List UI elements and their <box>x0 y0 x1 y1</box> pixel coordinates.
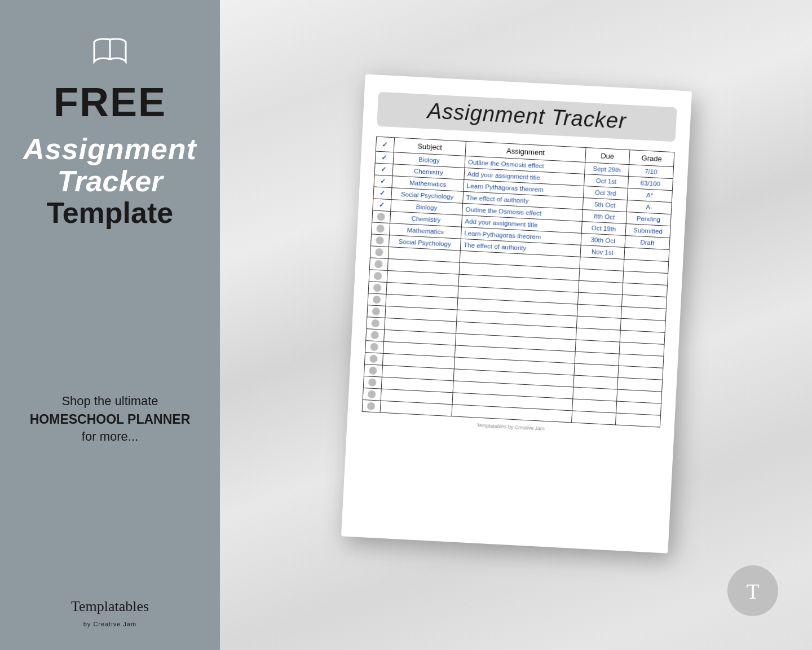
document-title-area: Assignment Tracker <box>377 92 677 142</box>
empty-check-cell <box>364 353 383 366</box>
check-cell: ✓ <box>374 175 392 188</box>
empty-check-cell <box>369 258 388 271</box>
check-cell: ✓ <box>375 151 394 164</box>
title-block: Assignment Tracker Template <box>23 134 197 229</box>
brand-name: Templatables <box>71 599 149 615</box>
check-column-header: ✓ <box>376 137 394 152</box>
left-panel: FREE Assignment Tracker Template Shop th… <box>0 0 220 650</box>
empty-check-cell <box>370 246 389 259</box>
check-cell <box>372 210 391 223</box>
check-cell <box>372 222 390 235</box>
shop-section: Shop the ultimate HOMESCHOOL PLANNER for… <box>30 393 191 446</box>
title-line1: Assignment <box>23 134 197 165</box>
check-cell: ✓ <box>373 187 392 200</box>
document-wrapper: Assignment Tracker ✓ Subject Assignment … <box>341 74 692 553</box>
book-icon <box>90 34 130 65</box>
brand-section: Templatables by Creative Jam <box>17 599 203 627</box>
empty-due-cell <box>572 411 616 425</box>
empty-grade-cell <box>615 413 660 427</box>
empty-check-cell <box>364 364 382 377</box>
check-cell: ✓ <box>374 163 393 176</box>
title-line3: Template <box>47 197 173 229</box>
due-column-header: Due <box>585 148 630 165</box>
svg-text:T: T <box>746 579 759 603</box>
shop-text: Shop the ultimate HOMESCHOOL PLANNER for… <box>30 393 191 446</box>
assignment-tracker-document: Assignment Tracker ✓ Subject Assignment … <box>341 74 692 553</box>
brand-sub: by Creative Jam <box>83 621 136 627</box>
right-panel: Assignment Tracker ✓ Subject Assignment … <box>220 0 812 650</box>
check-cell: ✓ <box>373 199 391 212</box>
empty-check-cell <box>368 282 387 295</box>
table-body: ✓BiologyOutline the Osmosis effectSept 2… <box>362 151 673 427</box>
empty-check-cell <box>365 341 384 354</box>
empty-check-cell <box>363 376 382 389</box>
empty-check-cell <box>363 388 381 401</box>
t-logo-svg: T <box>736 574 770 608</box>
free-label: FREE <box>54 82 166 122</box>
tracker-table: ✓ Subject Assignment Due Grade ✓BiologyO… <box>362 137 675 428</box>
left-top-section: FREE Assignment Tracker Template <box>23 34 197 229</box>
empty-check-cell <box>367 317 385 330</box>
check-cell <box>370 234 389 247</box>
title-line2: Tracker <box>58 166 163 197</box>
grade-column-header: Grade <box>629 150 674 167</box>
empty-check-cell <box>368 293 386 306</box>
empty-check-cell <box>366 329 385 342</box>
empty-check-cell <box>362 399 381 412</box>
empty-check-cell <box>367 305 386 318</box>
document-title: Assignment Tracker <box>389 97 666 136</box>
t-logo-circle: T <box>727 565 778 616</box>
empty-check-cell <box>369 270 387 283</box>
